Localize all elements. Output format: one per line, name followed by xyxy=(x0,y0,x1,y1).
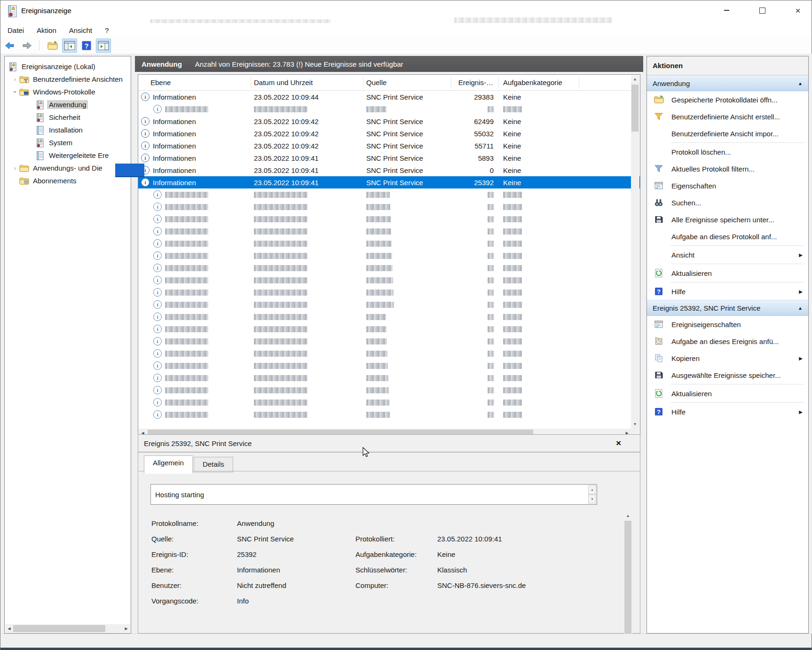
tree-scrollbar-thumb[interactable] xyxy=(13,625,105,632)
action-ausgewählte-ereignisse-speicher-[interactable]: Ausgewählte Ereignisse speicher... xyxy=(647,367,808,384)
tree-item-abonnements[interactable]: Abonnements xyxy=(5,174,131,187)
action-aktuelles-protokoll-filtern-[interactable]: Aktuelles Protokoll filtern... xyxy=(647,160,808,177)
event-row-redacted[interactable]: i xyxy=(138,360,640,372)
toggle-action-pane-button[interactable] xyxy=(96,39,111,53)
table-scrollbar-thumb[interactable] xyxy=(631,85,639,132)
scroll-down-icon[interactable]: ▼ xyxy=(588,494,596,504)
action-protokoll-löschen-[interactable]: Protokoll löschen... xyxy=(647,143,808,160)
event-row-redacted[interactable]: i xyxy=(138,286,640,298)
chevron-right-icon[interactable]: › xyxy=(11,164,19,172)
scroll-down-icon[interactable]: ▼ xyxy=(631,420,639,428)
tree-item-label[interactable]: Anwendungs- und Die xyxy=(31,164,104,172)
tree-item-label[interactable]: System xyxy=(47,138,74,147)
open-saved-log-button[interactable] xyxy=(45,39,60,53)
tree-item-label[interactable]: Installation xyxy=(47,125,85,134)
tree-item-label[interactable]: Windows-Protokolle xyxy=(31,87,97,96)
action-suchen-[interactable]: Suchen... xyxy=(647,194,808,211)
event-row-redacted[interactable]: i xyxy=(138,237,640,250)
event-row-5893[interactable]: iInformationen23.05.2022 10:09:41SNC Pri… xyxy=(138,152,640,164)
help-button[interactable]: ? xyxy=(79,39,94,53)
table-vertical-scrollbar[interactable]: ▲ ▼ xyxy=(631,75,639,437)
tree-item-benutzerdefinierte-ansichten[interactable]: ›Benutzerdefinierte Ansichten xyxy=(5,73,131,86)
tree-item-anwendung[interactable]: Anwendung xyxy=(5,98,131,111)
scroll-up-icon[interactable]: ▲ xyxy=(588,485,596,494)
event-row-redacted[interactable]: i xyxy=(138,225,640,237)
action-ereigniseigenschaften[interactable]: Ereigniseigenschaften xyxy=(647,316,808,333)
column-header-quelle[interactable]: Quelle xyxy=(363,77,451,89)
forward-button[interactable] xyxy=(19,39,34,53)
actions-section-header[interactable]: Ereignis 25392, SNC Print Service▲ xyxy=(647,300,808,316)
tree-item-label[interactable]: Sicherheit xyxy=(47,113,82,122)
column-header-aufgabenkategorie[interactable]: Aufgabenkategorie xyxy=(498,77,579,89)
action-ansicht[interactable]: Ansicht▶ xyxy=(647,246,808,263)
tree-item-label[interactable]: Ereignisanzeige (Lokal) xyxy=(20,62,97,71)
actions-section-header[interactable]: Anwendung▲ xyxy=(647,75,808,91)
tree-horizontal-scrollbar[interactable]: ◀ ▶ xyxy=(5,624,130,633)
menu-ansicht[interactable]: Ansicht xyxy=(63,24,98,36)
collapse-icon[interactable]: ▲ xyxy=(798,305,803,311)
tree-item-label[interactable]: Benutzerdefinierte Ansichten xyxy=(31,75,125,84)
tree-item-weitergeleitete-ere[interactable]: Weitergeleitete Ere xyxy=(5,149,131,162)
event-row-25392[interactable]: iInformationen23.05.2022 10:09:41SNC Pri… xyxy=(138,176,640,188)
menu-hilfe[interactable]: ? xyxy=(99,24,114,36)
event-row-redacted[interactable]: i xyxy=(138,384,640,396)
action-aktualisieren[interactable]: Aktualisieren xyxy=(647,265,808,282)
back-button[interactable] xyxy=(2,39,17,53)
tree-item-label[interactable]: Abonnements xyxy=(31,176,79,185)
column-header-ebene[interactable]: Ebene xyxy=(138,77,251,89)
collapse-icon[interactable]: ▲ xyxy=(798,81,803,86)
tree-item-sicherheit[interactable]: Sicherheit xyxy=(5,111,131,124)
action-aufgabe-an-dieses-protokoll-anf-[interactable]: Aufgabe an dieses Protokoll anf... xyxy=(647,228,808,245)
preview-scrollbar-thumb[interactable] xyxy=(624,521,631,650)
action-benutzerdefinierte-ansicht-impor-[interactable]: Benutzerdefinierte Ansicht impor... xyxy=(647,125,808,142)
event-row-redacted[interactable]: i xyxy=(138,103,640,115)
tree-item-label[interactable]: Anwendung xyxy=(47,100,88,109)
action-hilfe[interactable]: ?Hilfe▶ xyxy=(647,403,808,420)
tree-item-installation[interactable]: Installation xyxy=(5,124,131,136)
event-row-55711[interactable]: iInformationen23.05.2022 10:09:42SNC Pri… xyxy=(138,140,640,152)
event-row-redacted[interactable]: i xyxy=(138,250,640,262)
action-benutzerdefinierte-ansicht-erstell-[interactable]: Benutzerdefinierte Ansicht erstell... xyxy=(647,108,808,125)
menu-datei[interactable]: Datei xyxy=(2,24,30,36)
scroll-right-icon[interactable]: ▶ xyxy=(122,625,130,633)
event-row-redacted[interactable]: i xyxy=(138,311,640,323)
tree-item-windows-protokolle[interactable]: ›Windows-Protokolle xyxy=(5,86,131,98)
action-alle-ereignisse-speichern-unter-[interactable]: Alle Ereignisse speichern unter... xyxy=(647,211,808,228)
event-row-redacted[interactable]: i xyxy=(138,347,640,360)
event-row-redacted[interactable]: i xyxy=(138,372,640,384)
event-row-0[interactable]: iInformationen23.05.2022 10:09:41SNC Pri… xyxy=(138,164,640,176)
event-row-redacted[interactable]: i xyxy=(138,274,640,286)
toggle-console-tree-button[interactable] xyxy=(62,39,77,53)
event-row-redacted[interactable]: i xyxy=(138,298,640,311)
action-aufgabe-an-dieses-ereignis-anfü-[interactable]: Aufgabe an dieses Ereignis anfü... xyxy=(647,333,808,350)
action-gespeicherte-protokolldatei-öffn-[interactable]: Gespeicherte Protokolldatei öffn... xyxy=(647,91,808,108)
column-header-datum[interactable]: Datum und Uhrzeit xyxy=(251,77,363,89)
close-button[interactable]: × xyxy=(791,3,805,17)
event-row-redacted[interactable]: i xyxy=(138,201,640,213)
menu-aktion[interactable]: Aktion xyxy=(31,24,62,36)
tab-allgemein[interactable]: Allgemein xyxy=(144,455,193,474)
scroll-up-icon[interactable]: ▲ xyxy=(631,75,639,83)
column-header-ereignis-id[interactable]: Ereignis-… xyxy=(451,77,498,89)
tree-item-label[interactable]: Weitergeleitete Ere xyxy=(47,151,110,160)
event-row-redacted[interactable]: i xyxy=(138,262,640,274)
tree-item-system[interactable]: System xyxy=(5,136,131,149)
chevron-down-icon[interactable]: › xyxy=(12,88,19,96)
tab-details[interactable]: Details xyxy=(194,457,233,472)
action-kopieren[interactable]: Kopieren▶ xyxy=(647,350,808,367)
event-row-redacted[interactable]: i xyxy=(138,335,640,347)
tree-item-ereignisanzeige-lokal-[interactable]: Ereignisanzeige (Lokal) xyxy=(5,60,131,73)
action-hilfe[interactable]: ?Hilfe▶ xyxy=(647,283,808,300)
chevron-right-icon[interactable]: › xyxy=(11,76,19,83)
scroll-up-icon[interactable]: ▲ xyxy=(624,512,632,520)
event-row-55032[interactable]: iInformationen23.05.2022 10:09:42SNC Pri… xyxy=(138,127,640,140)
scroll-left-icon[interactable]: ◀ xyxy=(5,625,13,633)
preview-vertical-scrollbar[interactable]: ▲ ▼ xyxy=(624,512,632,650)
action-aktualisieren[interactable]: Aktualisieren xyxy=(647,385,808,402)
event-row-62499[interactable]: iInformationen23.05.2022 10:09:42SNC Pri… xyxy=(138,115,640,127)
event-row-redacted[interactable]: i xyxy=(138,408,640,421)
event-row-redacted[interactable]: i xyxy=(138,188,640,201)
minimize-button[interactable] xyxy=(719,3,733,17)
event-message-box[interactable]: Hosting starting ▲ ▼ xyxy=(150,484,597,505)
tree-item-anwendungs-und-die[interactable]: ›Anwendungs- und Die xyxy=(5,162,131,174)
